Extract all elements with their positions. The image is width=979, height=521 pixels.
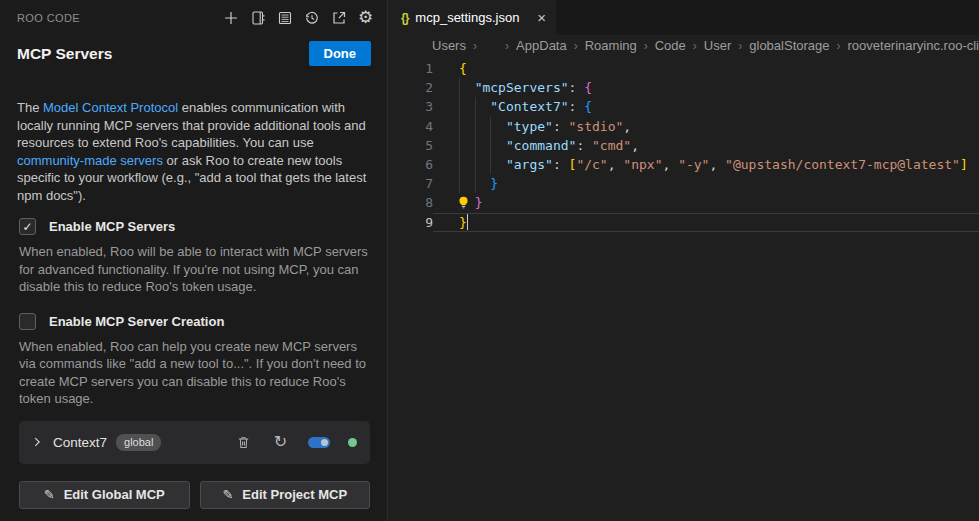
- code-token: }: [490, 176, 498, 191]
- code-line-content: "command": "cmd",: [433, 136, 979, 155]
- line-number: 4: [388, 117, 433, 136]
- mcp-servers-icon[interactable]: [275, 8, 294, 27]
- breadcrumb-segment[interactable]: globalStorage: [749, 38, 829, 53]
- sidebar-toolbar: ⚙: [221, 8, 375, 27]
- chevron-right-icon[interactable]: [28, 433, 46, 451]
- app-window: ROO CODE: [0, 0, 979, 521]
- model-context-protocol-link[interactable]: Model Context Protocol: [43, 100, 178, 115]
- indent-guide: [459, 155, 475, 174]
- enable-mcp-label: Enable MCP Servers: [49, 219, 175, 234]
- toggle-knob: [321, 439, 328, 446]
- open-in-editor-icon[interactable]: [329, 8, 348, 27]
- done-button[interactable]: Done: [309, 41, 372, 66]
- editor-group: {} mcp_settings.json × Users››AppData›Ro…: [388, 0, 979, 521]
- history-icon[interactable]: [302, 8, 321, 27]
- breadcrumb-separator-icon: ›: [738, 39, 742, 53]
- panel-title-row: MCP Servers Done: [17, 41, 371, 66]
- prompts-notebook-icon[interactable]: [248, 8, 267, 27]
- code-token: ,: [608, 157, 624, 172]
- indent-guide: [475, 155, 491, 174]
- code-row: 3"Context7": {: [388, 97, 979, 116]
- indent-guide: [490, 155, 506, 174]
- code-row: 4"type": "stdio",: [388, 117, 979, 136]
- code-editor[interactable]: 1{2"mcpServers": {3"Context7": {4"type":…: [388, 56, 979, 521]
- line-number: 8: [388, 193, 433, 212]
- breadcrumb-segment[interactable]: Users: [432, 38, 466, 53]
- code-token: "@upstash/context7-mcp@latest": [725, 157, 960, 172]
- indent-guide: [490, 117, 506, 136]
- code-token: {: [459, 61, 467, 76]
- server-row-controls: ↻: [234, 433, 357, 452]
- edit-project-mcp-button[interactable]: ✎ Edit Project MCP: [200, 481, 371, 509]
- code-token: "command": [506, 138, 576, 153]
- tab-label: mcp_settings.json: [415, 10, 519, 25]
- indent-guide: [475, 117, 491, 136]
- breadcrumb-separator-icon: ›: [574, 39, 578, 53]
- edit-global-mcp-label: Edit Global MCP: [64, 487, 165, 502]
- tab-mcp-settings-json[interactable]: {} mcp_settings.json ×: [388, 0, 556, 35]
- enable-mcp-creation-checkbox[interactable]: [19, 313, 36, 330]
- code-token: "npx": [623, 157, 662, 172]
- code-token: "mcpServers": [475, 80, 569, 95]
- code-line-content: "args": ["/c", "npx", "-y", "@upstash/co…: [433, 155, 979, 174]
- edit-global-mcp-button[interactable]: ✎ Edit Global MCP: [19, 481, 190, 509]
- indent-guide: [490, 136, 506, 155]
- code-row: 8}: [388, 193, 979, 212]
- code-token: "stdio": [569, 119, 624, 134]
- server-row-context7[interactable]: Context7 global ↻: [19, 421, 370, 464]
- code-row: 7}: [388, 174, 979, 193]
- code-token: }: [475, 195, 483, 210]
- code-row: 6"args": ["/c", "npx", "-y", "@upstash/c…: [388, 155, 979, 174]
- indent-guide: [459, 117, 475, 136]
- enable-mcp-creation-description: When enabled, Roo can help you create ne…: [19, 338, 369, 408]
- tab-close-icon[interactable]: ×: [537, 10, 546, 25]
- line-number: 9: [388, 213, 433, 232]
- breadcrumb-segment[interactable]: Code: [655, 38, 686, 53]
- server-name: Context7: [53, 435, 107, 450]
- settings-gear-icon[interactable]: ⚙: [356, 8, 375, 27]
- pencil-icon: ✎: [222, 487, 233, 502]
- line-number: 2: [388, 78, 433, 97]
- mcp-description-paragraph: The Model Context Protocol enables commu…: [17, 99, 371, 204]
- pencil-icon: ✎: [44, 487, 55, 502]
- code-token: "args": [506, 157, 553, 172]
- breadcrumb-separator-icon: ›: [837, 39, 841, 53]
- mcp-edit-buttons: ✎ Edit Global MCP ✎ Edit Project MCP: [19, 481, 370, 509]
- line-number: 6: [388, 155, 433, 174]
- code-token: "type": [506, 119, 553, 134]
- line-number: 1: [388, 59, 433, 78]
- code-token: }: [459, 215, 467, 230]
- editor-tab-bar: {} mcp_settings.json ×: [388, 0, 979, 35]
- breadcrumb-segment[interactable]: User: [704, 38, 731, 53]
- breadcrumb-segment[interactable]: Roaming: [585, 38, 637, 53]
- code-token: "cmd": [592, 138, 631, 153]
- lightbulb-icon[interactable]: [459, 193, 475, 212]
- extension-title: ROO CODE: [17, 12, 80, 24]
- trash-icon[interactable]: [234, 433, 253, 452]
- line-number: 3: [388, 97, 433, 116]
- breadcrumb-segment[interactable]: AppData: [516, 38, 567, 53]
- server-enabled-toggle[interactable]: [308, 437, 330, 448]
- indent-guide: [459, 136, 475, 155]
- code-lines: 1{2"mcpServers": {3"Context7": {4"type":…: [388, 59, 979, 232]
- new-task-plus-icon[interactable]: [221, 8, 240, 27]
- code-token: :: [553, 157, 569, 172]
- intro-text: The: [17, 100, 43, 115]
- code-token: :: [569, 80, 585, 95]
- indent-guide: [475, 97, 491, 116]
- code-token: ,: [662, 157, 678, 172]
- code-token: {: [584, 99, 592, 114]
- breadcrumb-separator-icon: ›: [473, 39, 477, 53]
- code-line-content: "Context7": {: [433, 97, 979, 116]
- indent-guide: [475, 136, 491, 155]
- breadcrumb-segment[interactable]: rooveterinaryinc.roo-cli: [848, 38, 979, 53]
- code-line-content: "type": "stdio",: [433, 117, 979, 136]
- code-line-content: {: [433, 59, 979, 78]
- enable-mcp-checkbox[interactable]: ✓: [19, 218, 36, 235]
- code-token: ,: [631, 138, 639, 153]
- code-token: ]: [960, 157, 968, 172]
- edit-project-mcp-label: Edit Project MCP: [242, 487, 347, 502]
- refresh-icon[interactable]: ↻: [271, 433, 290, 452]
- community-made-servers-link[interactable]: community-made servers: [17, 153, 163, 168]
- code-line-content: }: [433, 213, 979, 232]
